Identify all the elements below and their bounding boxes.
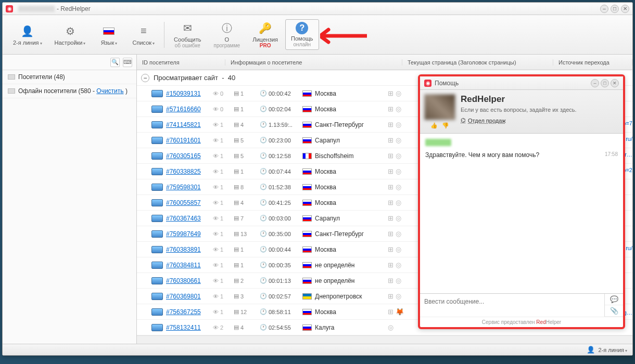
monitor-icon	[151, 152, 163, 160]
sidebar-item-offline[interactable]: Офлайн посетители (580 - Очистить )	[3, 84, 136, 98]
os-browser-icons: ⊞ ◎	[388, 230, 401, 238]
time: 🕐00:12:58	[260, 152, 302, 159]
report-icon: ✉	[180, 21, 195, 35]
flag-icon	[302, 309, 312, 315]
os-browser-icons: ⊞ 🦊	[388, 308, 404, 316]
sidebar-item-visitors[interactable]: Посетители (48)	[3, 70, 136, 84]
col-page[interactable]: Текущая страница (Заголовок страницы)	[402, 59, 553, 66]
flag-icon	[302, 324, 312, 331]
time: 🕐00:23:00	[260, 137, 302, 144]
monitor-icon	[151, 277, 163, 284]
clear-link[interactable]: Очистить	[96, 87, 123, 95]
thumbs-down-icon[interactable]: 👎	[442, 122, 449, 129]
col-info[interactable]: Информация о посетителе	[225, 59, 402, 66]
toolbar-language[interactable]: Язык	[93, 22, 125, 48]
os-browser-icons: ⊞ ◎	[388, 152, 401, 160]
language-label: Язык	[101, 40, 118, 46]
flag-icon	[302, 153, 312, 159]
visitor-id-link[interactable]: #760367463	[166, 215, 213, 222]
chat-maximize-button[interactable]: □	[601, 79, 609, 87]
chat-close-button[interactable]: ✕	[611, 79, 619, 87]
eye-icon: 👁	[213, 231, 219, 237]
toolbar-settings[interactable]: ⚙Настройки	[49, 22, 91, 48]
views: 👁0	[213, 106, 234, 112]
visitor-id-link[interactable]: #758132411	[166, 324, 213, 331]
pages: ▤4	[234, 324, 260, 331]
eye-icon: 👁	[213, 309, 219, 315]
time: 🕐00:00:35	[260, 262, 302, 268]
pages-icon: ▤	[234, 106, 239, 112]
close-button[interactable]: ✕	[621, 5, 629, 13]
flag-icon	[302, 168, 312, 175]
sidebar: 🔍 ⌨ Посетители (48) Офлайн посетители (5…	[3, 55, 137, 344]
horizontal-scrollbar[interactable]	[137, 335, 632, 344]
visitor-id-link[interactable]: #759598301	[166, 184, 213, 191]
visitor-id-link[interactable]: #760383891	[166, 246, 213, 253]
pages: ▤4	[234, 121, 260, 128]
monitor-icon	[151, 90, 163, 97]
help-label: Помощь	[291, 35, 313, 42]
help-chat-panel: ◉ Помощь – □ ✕ 👍 👎	[418, 74, 625, 329]
toolbar-license[interactable]: 🔑ЛицензияPRO	[247, 19, 283, 50]
os-browser-icons: ⊞ ◎	[388, 89, 401, 97]
col-source[interactable]: Источник перехода	[553, 59, 632, 66]
views: 👁1	[213, 278, 234, 284]
eye-icon: 👁	[213, 293, 219, 300]
city: Москва	[315, 90, 388, 97]
language-icon	[101, 24, 116, 38]
attach-button[interactable]: 📎	[605, 305, 623, 317]
visitor-id-link[interactable]: #760338825	[166, 168, 213, 175]
collapse-icon[interactable]: −	[141, 74, 149, 82]
city: Москва	[315, 168, 388, 175]
visitor-id-link[interactable]: #760055857	[166, 199, 213, 206]
chat-department[interactable]: ⌬Отдел продаж	[461, 117, 619, 124]
app-logo-icon: ◉	[6, 5, 13, 12]
toolbar-line[interactable]: 👤2-я линия	[8, 22, 47, 48]
clock-icon: 🕐	[260, 230, 267, 237]
chat-input[interactable]	[420, 294, 604, 317]
visitor-id-link[interactable]: #741145821	[166, 121, 213, 128]
visitor-id-link[interactable]: #760305165	[166, 152, 213, 160]
report-sublabel: об ошибке	[175, 43, 200, 48]
visitor-id-link[interactable]: #760191601	[166, 137, 213, 144]
flag-icon	[302, 293, 312, 300]
eye-icon: 👁	[213, 324, 219, 331]
sidebar-tools: 🔍 ⌨	[3, 55, 136, 70]
views: 👁1	[213, 246, 234, 253]
visitor-id-link[interactable]: #759987649	[166, 230, 213, 238]
chat-title: Помощь	[435, 80, 459, 87]
thumbs-up-icon[interactable]: 👍	[430, 122, 438, 129]
visitor-id-link[interactable]: #760384811	[166, 262, 213, 269]
maximize-button[interactable]: □	[611, 5, 619, 13]
views: 👁1	[213, 200, 234, 206]
eye-icon: 👁	[213, 262, 219, 268]
search-icon[interactable]: 🔍	[110, 58, 120, 67]
city: Москва	[315, 184, 388, 191]
clock-icon: 🕐	[260, 293, 267, 300]
os-browser-icons: ⊞ ◎	[388, 183, 401, 191]
pages: ▤13	[234, 230, 260, 237]
monitor-icon	[151, 324, 163, 331]
toolbar-about[interactable]: ⓘОпрограмме	[209, 19, 246, 50]
visitor-id-link[interactable]: #150939131	[166, 90, 213, 97]
col-id[interactable]: ID посетителя	[137, 59, 225, 66]
visitor-id-link[interactable]: #760380661	[166, 277, 213, 284]
visitor-id-link[interactable]: #760369801	[166, 293, 213, 300]
visitor-id-link[interactable]: #756367255	[166, 308, 213, 316]
user-icon: 👤	[587, 346, 595, 354]
visitors-count: 48	[56, 73, 62, 81]
about-label: О	[225, 36, 230, 43]
toolbar-help[interactable]: ?Помощьонлайн	[285, 19, 319, 50]
chat-minimize-button[interactable]: –	[591, 79, 599, 87]
minimize-button[interactable]: –	[600, 5, 608, 13]
keyboard-icon[interactable]: ⌨	[123, 58, 132, 67]
toolbar-list[interactable]: ≡Список	[127, 22, 160, 48]
toolbar-report[interactable]: ✉Сообщитьоб ошибке	[169, 19, 206, 50]
pages-icon: ▤	[234, 324, 239, 331]
visitor-id-link[interactable]: #571616660	[166, 106, 213, 113]
clock-icon: 🕐	[260, 137, 267, 144]
send-button[interactable]: 💬	[605, 294, 623, 305]
status-user[interactable]: 2-я линия	[598, 347, 627, 353]
flag-icon	[302, 90, 312, 97]
folder-icon	[8, 88, 15, 94]
